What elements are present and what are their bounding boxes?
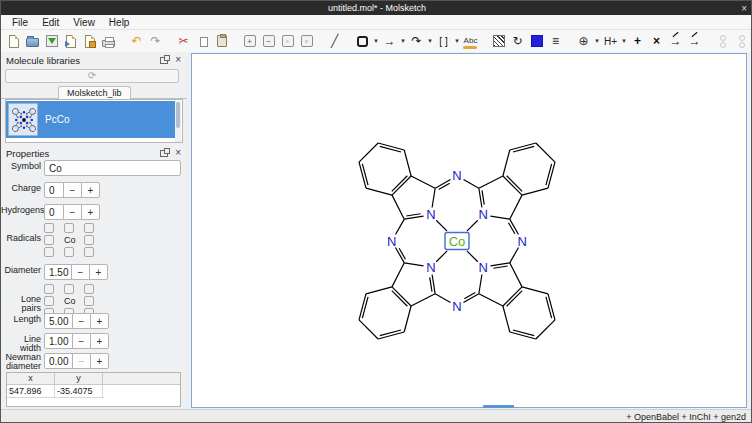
align-tool-1-button[interactable] <box>713 31 732 51</box>
refresh-libraries-button[interactable]: ⟳ <box>5 69 179 83</box>
menu-view[interactable]: View <box>66 15 102 30</box>
bond[interactable] <box>439 183 450 189</box>
atom-N[interactable]: N <box>426 207 435 222</box>
newman-diameter-increment-button[interactable]: + <box>90 353 109 369</box>
radical-checkbox[interactable] <box>64 223 74 233</box>
coord-cell-y[interactable]: -35.4075 <box>55 385 103 397</box>
bracket-tool-dropdown-arrow[interactable]: ▾ <box>453 31 461 51</box>
atom-N[interactable]: N <box>426 260 435 275</box>
lone-pair-checkbox[interactable] <box>44 296 54 306</box>
bond[interactable] <box>404 306 411 332</box>
diameter-increment-button[interactable]: + <box>89 264 108 280</box>
radical-checkbox[interactable] <box>44 235 54 245</box>
bracket-tool-button[interactable]: [ ] <box>434 31 453 51</box>
paste-button[interactable] <box>212 31 231 51</box>
diameter-value[interactable]: 1.50 <box>44 264 72 280</box>
bond[interactable] <box>399 248 405 259</box>
charge-value[interactable]: 0 <box>44 182 64 198</box>
radical-checkbox[interactable] <box>44 223 54 233</box>
bond[interactable] <box>392 195 404 219</box>
bond[interactable] <box>490 263 509 266</box>
hydrogens-increment-button[interactable]: + <box>81 204 100 220</box>
color-picker-button[interactable] <box>527 31 546 51</box>
bond[interactable] <box>464 293 475 299</box>
bond[interactable] <box>510 248 519 263</box>
diameter-decrement-button[interactable]: − <box>71 264 90 280</box>
line-width-decrement-button[interactable]: − <box>72 333 91 349</box>
lone-pair-checkbox[interactable] <box>84 284 94 294</box>
hydrogens-decrement-button[interactable]: − <box>63 204 82 220</box>
delete-tool-button[interactable]: × <box>647 31 666 51</box>
bond[interactable] <box>392 287 411 306</box>
bond[interactable] <box>411 176 435 188</box>
window-close-button[interactable]: × <box>741 1 747 15</box>
bond[interactable] <box>493 266 507 268</box>
bond[interactable] <box>464 179 479 188</box>
hydrogens-value[interactable]: 0 <box>44 204 64 220</box>
ring-tool-dropdown-arrow[interactable]: ▾ <box>372 31 380 51</box>
bond[interactable] <box>522 188 548 195</box>
bond[interactable] <box>467 220 478 231</box>
zoom-in-button[interactable]: + <box>240 31 259 51</box>
rotate-tool-button[interactable]: ↻ <box>508 31 527 51</box>
atom-N[interactable]: N <box>518 234 527 249</box>
bond[interactable] <box>546 297 552 318</box>
bond[interactable] <box>507 176 523 192</box>
bond[interactable] <box>380 330 401 336</box>
menu-help[interactable]: Help <box>102 15 137 30</box>
bond[interactable] <box>479 274 482 293</box>
bond[interactable] <box>359 143 378 162</box>
bond[interactable] <box>436 251 447 262</box>
bond[interactable] <box>430 277 432 291</box>
print-button[interactable] <box>99 31 118 51</box>
bond[interactable] <box>546 164 552 185</box>
edit-export-button[interactable] <box>80 31 99 51</box>
draw-bond-tool-button[interactable]: ╱ <box>325 31 344 51</box>
bond[interactable] <box>522 287 548 294</box>
bond[interactable] <box>510 263 522 287</box>
length-value[interactable]: 5.00 <box>44 313 73 329</box>
bond[interactable] <box>380 146 401 152</box>
library-scrollbar[interactable] <box>175 101 181 143</box>
radical-checkbox[interactable] <box>84 235 94 245</box>
bond[interactable] <box>406 214 420 216</box>
cut-button[interactable]: ✂ <box>174 31 193 51</box>
redo-button[interactable]: ↷ <box>146 31 165 51</box>
length-decrement-button[interactable]: − <box>72 313 91 329</box>
bond[interactable] <box>359 320 378 339</box>
bond[interactable] <box>513 146 534 152</box>
coord-cell-x[interactable]: 547.896 <box>7 385 55 397</box>
drawing-canvas[interactable]: CoNNNNNNNN <box>191 53 747 408</box>
atom-Co[interactable]: Co <box>449 234 466 249</box>
radical-checkbox[interactable] <box>64 247 74 257</box>
bond[interactable] <box>362 297 368 318</box>
bond[interactable] <box>392 291 408 307</box>
line-width-value[interactable]: 1.00 <box>44 333 73 349</box>
bond[interactable] <box>395 219 404 234</box>
bond[interactable] <box>510 195 522 219</box>
bond[interactable] <box>503 150 510 176</box>
radical-checkbox[interactable] <box>84 247 94 257</box>
hydrogen-tool-dropdown-arrow[interactable]: ▾ <box>620 31 628 51</box>
atom-N[interactable]: N <box>478 260 487 275</box>
text-tool-button[interactable]: Abc <box>461 31 480 51</box>
menu-edit[interactable]: Edit <box>35 15 66 30</box>
bond[interactable] <box>507 291 523 307</box>
bond[interactable] <box>482 190 484 204</box>
mechanism-arrow-tool-button[interactable]: → <box>685 31 704 51</box>
bond[interactable] <box>536 320 555 339</box>
tab-molsketch-lib[interactable]: Molsketch_lib <box>58 86 131 99</box>
bond[interactable] <box>479 176 503 188</box>
curved-arrow-tool-button[interactable]: ↷ <box>407 31 426 51</box>
newman-diameter-value[interactable]: 0.00 <box>44 353 73 369</box>
open-file-button[interactable] <box>23 31 42 51</box>
bond[interactable] <box>509 223 515 234</box>
copy-button[interactable] <box>193 31 212 51</box>
menu-file[interactable]: File <box>5 15 35 30</box>
line-width-increment-button[interactable]: + <box>90 333 109 349</box>
zoom-out-button[interactable]: − <box>259 31 278 51</box>
hydrogen-tool-button[interactable]: H+ <box>601 31 620 51</box>
bond[interactable] <box>432 274 435 293</box>
library-item-pcco[interactable]: PcCo <box>6 101 177 138</box>
reaction-arrow-tool-button[interactable]: → <box>666 31 685 51</box>
